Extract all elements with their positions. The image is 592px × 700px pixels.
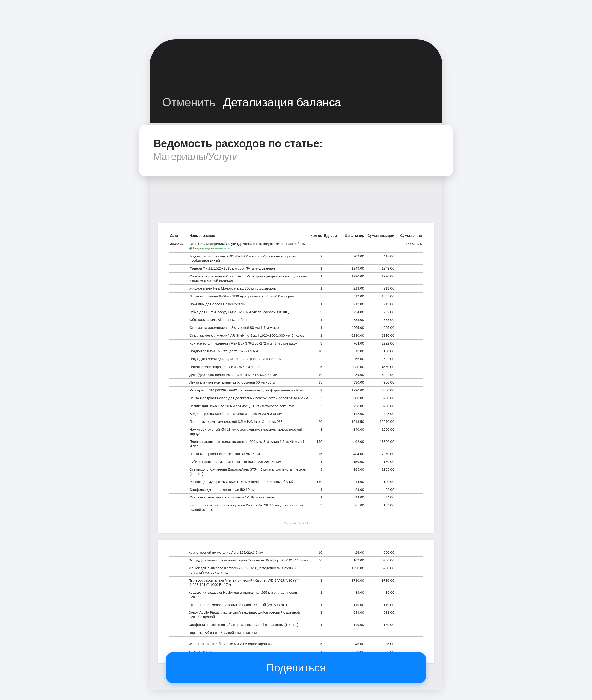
item-price: 758.00 xyxy=(339,402,365,410)
item-name: Стеклохолст/флизелин Европрайтер 375х4,8… xyxy=(189,466,309,478)
item-name: Зубило плоское SDS-plus Практика (034-12… xyxy=(189,458,309,466)
item-qty: 5 xyxy=(309,293,323,300)
table-row: Поддон прямой КМ Стандарт 40х27.09 мм101… xyxy=(169,347,423,355)
item-name: Перчатки х/б 5 нитей с двойным латексом xyxy=(188,629,310,637)
item-name: Брусок сухой строганый 40х40х3000 мм сор… xyxy=(189,252,309,265)
item-qty: 1 xyxy=(309,316,323,324)
item-name: Лента малярная Folsen желтая 30 мм×50 м xyxy=(189,450,309,458)
item-sum: 1990.00 xyxy=(365,272,395,285)
item-sum: 3580.00 xyxy=(365,387,395,394)
item-price: 92.00 xyxy=(339,438,365,450)
item-qty: 1 xyxy=(309,300,323,308)
status-dot-icon xyxy=(189,247,192,250)
item-qty: 3 xyxy=(309,308,323,316)
item-sum: 702.00 xyxy=(365,308,395,316)
item-qty: 15 xyxy=(309,379,323,387)
item-price: 1249.00 xyxy=(339,265,365,272)
item-sum: 1565.00 xyxy=(365,293,395,300)
item-sum: 568.00 xyxy=(365,410,395,418)
item-sum: 333.00 xyxy=(365,316,395,324)
item-name: Пленка парниковая полиэтиленовая 200 мкм… xyxy=(189,438,309,450)
table-row: Линолеум полукоммерческий 3,5 м IVC Inte… xyxy=(169,418,423,426)
table-row: Мешок для мусора 75 л 550х1050 мм полипр… xyxy=(169,478,423,486)
table-row: Экструдированный пенополистирол Пеноплэк… xyxy=(169,556,423,564)
col-price: Цена за ед. xyxy=(339,232,365,240)
col-unit: Ед. изм xyxy=(323,232,339,240)
item-qty: 46 xyxy=(309,371,323,379)
item-sum: 13800.00 xyxy=(365,438,395,450)
item-name: Кордщетка-крацовка Hesler латунированная… xyxy=(188,589,310,601)
item-price: 9790.00 xyxy=(339,577,365,589)
item-sum: 1020.00 xyxy=(365,426,395,438)
table-row: Мешок для пылесоса Karcher (2.863-314.0)… xyxy=(169,564,423,577)
item-price: 4965.00 xyxy=(339,324,365,332)
item-sum: 130.00 xyxy=(365,347,395,355)
item-sum: 3260.00 xyxy=(365,556,395,564)
item-sum: 89.00 xyxy=(365,589,395,601)
item-sum xyxy=(365,637,395,640)
table-row: Контейнер для хранения Flex Box 370х380х… xyxy=(169,340,423,347)
cancel-button[interactable]: Отменить xyxy=(162,96,215,109)
item-price: 388.00 xyxy=(339,394,365,402)
col-qty: Кол-во xyxy=(309,232,323,240)
item-sum: 183.00 xyxy=(365,501,395,514)
item-name: Ерш toiBrand Rambai напольный пластик се… xyxy=(188,601,310,609)
item-qty: 5 xyxy=(310,564,323,577)
item-sum xyxy=(365,629,395,637)
item-name: Стремянка алюминиевая 8 ступеней 80 мм 1… xyxy=(189,324,309,332)
item-price: 8290.00 xyxy=(339,332,365,340)
item-qty: 3 xyxy=(309,340,323,347)
item-name: Экструдированный пенополистирол Пеноплэк… xyxy=(188,556,310,564)
item-name: Мешок для мусора 75 л 550х1050 мм полипр… xyxy=(189,478,309,486)
item-sum: 159.00 xyxy=(365,458,395,466)
item-sum: 213.00 xyxy=(365,300,395,308)
item-sum: 2292.00 xyxy=(365,340,395,347)
table-row: Ведро строительное пластиковое с носиком… xyxy=(169,410,423,418)
item-name: Совок Apollo Piatta пластиковый закрываю… xyxy=(188,609,310,621)
screen-title: Детализация баланса xyxy=(223,96,341,109)
item-name: Обезжириватель Bitumast 0,7 кг/1 л xyxy=(189,316,309,324)
table-row: Изолента КМ ПВХ белая 15 мм 20 м односто… xyxy=(169,640,423,648)
table-row xyxy=(169,637,423,640)
item-qty: 10 xyxy=(310,549,323,556)
item-qty: 150 xyxy=(309,438,323,450)
table-row: Подводка гибкая для воды КМ 1/2 ВР(г)×1/… xyxy=(169,355,423,363)
item-qty: 150 xyxy=(309,478,323,486)
item-price: 29.00 xyxy=(339,486,365,494)
item-qty: 15 xyxy=(309,450,323,458)
document-scroll[interactable]: Дата Наименование Кол-во Ед. изм Цена за… xyxy=(150,123,442,690)
item-price: 213.00 xyxy=(339,285,365,293)
item-name: Пылесос строительный (электрический) Kar… xyxy=(188,577,310,589)
item-qty: 25 xyxy=(309,394,323,402)
item-name: Лента малярная Folsen для деликатных пов… xyxy=(189,394,309,402)
table-row: Лента клейкая монтажная двусторонняя 50 … xyxy=(169,379,423,387)
item-price: 149.00 xyxy=(339,621,365,629)
item-price: 13.00 xyxy=(339,347,365,355)
table-row: Круг отрезной по металлу Луга 125х22х1,2… xyxy=(169,549,423,556)
item-name: Фанера ФК 12х1520х1525 мм сорт 3/4 шлифо… xyxy=(189,265,309,272)
expense-table-page2: Круг отрезной по металлу Луга 125х22х1,2… xyxy=(169,549,423,656)
item-sum: 699.00 xyxy=(365,609,395,621)
item-sum: 9700.00 xyxy=(365,394,395,402)
item-qty: 1 xyxy=(309,332,323,340)
share-button[interactable]: Поделиться xyxy=(166,652,426,683)
item-price: 985.00 xyxy=(339,466,365,478)
item-sum: 4965.00 xyxy=(365,324,395,332)
table-row: Перчатки х/б 5 нитей с двойным латексом xyxy=(169,629,423,637)
item-sum: 4950.00 xyxy=(365,379,395,387)
item-sum: 9790.00 xyxy=(365,577,395,589)
report-subtitle: Материалы/Услуги xyxy=(153,151,439,162)
table-row: Салфетки влажные антибактериальные Salfe… xyxy=(169,621,423,629)
table-row: Лента малярная Folsen желтая 30 мм×50 м1… xyxy=(169,450,423,458)
item-sum: 260.00 xyxy=(365,549,395,556)
item-qty: 2 xyxy=(309,387,323,394)
item-sum: 213.00 xyxy=(365,285,395,293)
item-qty xyxy=(310,637,323,640)
document-page-2: Круг отрезной по металлу Луга 125х22х1,2… xyxy=(158,540,434,663)
item-price: 61.00 xyxy=(339,501,365,514)
item-price: 89.00 xyxy=(339,589,365,601)
item-name: Кисть плоская смешанная щетина Wenzo Pro… xyxy=(189,501,309,514)
item-qty: 3 xyxy=(309,426,323,438)
item-qty: 2 xyxy=(309,252,323,265)
item-sum: 3790.00 xyxy=(365,402,395,410)
